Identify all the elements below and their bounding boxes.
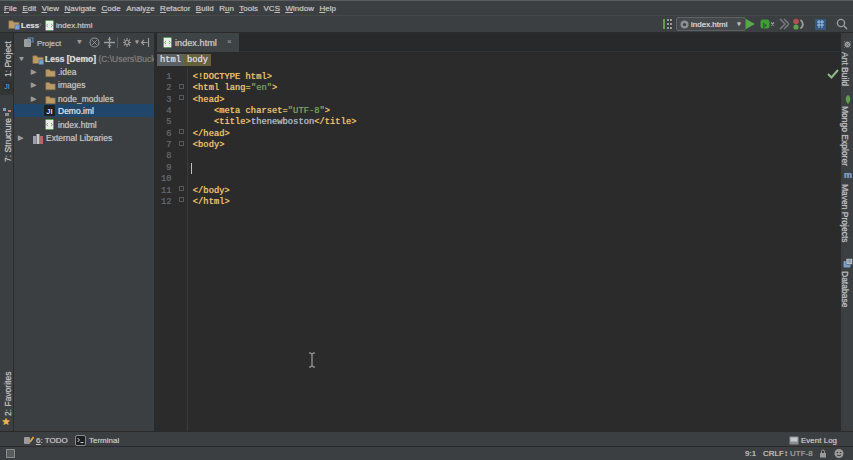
svg-text:JI: JI	[46, 107, 52, 116]
svg-text:JI: JI	[4, 83, 10, 90]
